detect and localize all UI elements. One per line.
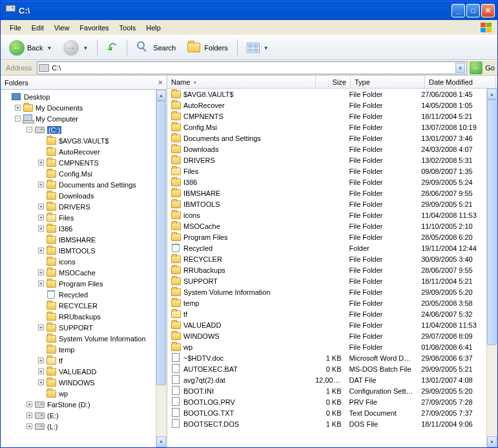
file-row[interactable]: RecycledFolder19/11/2004 12:44 bbox=[167, 242, 486, 253]
tree-node[interactable]: $AVG8.VAULT$ bbox=[1, 135, 156, 146]
tree-node[interactable]: -My Computer bbox=[1, 113, 156, 124]
search-button[interactable]: Search bbox=[132, 38, 180, 58]
file-row[interactable]: IBMSHAREFile Folder28/06/2007 9:55 bbox=[167, 187, 486, 198]
scroll-thumb[interactable] bbox=[487, 100, 497, 345]
expand-toggle[interactable]: + bbox=[38, 215, 44, 220]
file-row[interactable]: Program FilesFile Folder28/05/2008 6:20 bbox=[167, 231, 486, 242]
file-row[interactable]: DownloadsFile Folder24/03/2008 4:07 bbox=[167, 144, 486, 155]
expand-toggle[interactable]: + bbox=[38, 325, 44, 330]
tree-node[interactable]: Downloads bbox=[1, 190, 156, 201]
expand-toggle[interactable]: - bbox=[15, 116, 21, 122]
expand-toggle[interactable]: + bbox=[26, 401, 32, 407]
tree-node[interactable]: +Documents and Settings bbox=[1, 179, 156, 190]
tree-node[interactable]: +DRIVERS bbox=[1, 201, 156, 212]
maximize-button[interactable]: □ bbox=[466, 4, 480, 17]
menu-tools[interactable]: Tools bbox=[114, 23, 141, 33]
tree-node[interactable]: +SUPPORT bbox=[1, 322, 156, 333]
menu-help[interactable]: Help bbox=[141, 23, 166, 33]
column-header-date-modified[interactable]: Date Modified bbox=[425, 76, 496, 88]
tree-node[interactable]: +FarStone (D:) bbox=[1, 399, 156, 410]
tree-node[interactable]: +(L:) bbox=[1, 421, 156, 432]
tree-scrollbar[interactable]: ▲ ▼ bbox=[156, 90, 167, 447]
tree-node[interactable]: +MSOCache bbox=[1, 267, 156, 278]
dropdown-arrow-icon[interactable]: ▼ bbox=[264, 45, 269, 51]
file-row[interactable]: FilesFile Folder09/08/2007 1:35 bbox=[167, 165, 486, 176]
expand-toggle[interactable]: + bbox=[38, 248, 44, 253]
up-button[interactable]: ↶ bbox=[102, 37, 122, 58]
back-button[interactable]: ← Back ▼ bbox=[5, 37, 56, 58]
tree-node[interactable]: AutoRecover bbox=[1, 146, 156, 157]
tree-node[interactable]: +Program Files bbox=[1, 278, 156, 289]
tree-node[interactable]: +tf bbox=[1, 355, 156, 366]
scroll-down-button[interactable]: ▼ bbox=[156, 436, 166, 447]
file-row[interactable]: avg7qt(2).dat12,000 KBDAT File13/01/2007… bbox=[167, 374, 486, 385]
expand-toggle[interactable]: + bbox=[38, 204, 44, 209]
file-row[interactable]: $AVG8.VAULT$File Folder27/06/2008 1:45 bbox=[167, 89, 486, 100]
file-row[interactable]: WINDOWSFile Folder29/07/2008 8:09 bbox=[167, 330, 486, 341]
file-row[interactable]: tfFile Folder24/06/2007 5:32 bbox=[167, 308, 486, 319]
tree-node[interactable]: RECYCLER bbox=[1, 300, 156, 311]
tree-node[interactable]: +WINDOWS bbox=[1, 377, 156, 388]
file-row[interactable]: RECYCLERFile Folder30/09/2005 3:40 bbox=[167, 253, 486, 264]
tree-node[interactable]: +CMPNENTS bbox=[1, 157, 156, 168]
tree-node[interactable]: icons bbox=[1, 256, 156, 267]
file-row[interactable]: I386File Folder29/09/2005 5:24 bbox=[167, 176, 486, 187]
file-row[interactable]: SUPPORTFile Folder18/11/2004 5:21 bbox=[167, 275, 486, 286]
menu-favorites[interactable]: Favorites bbox=[74, 23, 114, 33]
column-header-name[interactable]: Name▲ bbox=[167, 76, 316, 88]
file-row[interactable]: VALUEADDFile Folder11/04/2008 11:53 bbox=[167, 319, 486, 330]
tree-node[interactable]: +My Documents bbox=[1, 102, 156, 113]
file-row[interactable]: BOOTLOG.TXT0 KBText Document27/09/2005 7… bbox=[167, 407, 486, 418]
tree-node[interactable]: +Files bbox=[1, 212, 156, 223]
scroll-up-button[interactable]: ▲ bbox=[156, 90, 166, 101]
tree-node[interactable]: Recycled bbox=[1, 289, 156, 300]
file-list[interactable]: $AVG8.VAULT$File Folder27/06/2008 1:45Au… bbox=[167, 89, 486, 447]
file-row[interactable]: IBMTOOLSFile Folder29/09/2005 5:21 bbox=[167, 198, 486, 209]
file-row[interactable]: AutoRecoverFile Folder14/05/2008 1:05 bbox=[167, 100, 486, 111]
file-row[interactable]: BOOT.INI1 KBConfiguration Settings29/09/… bbox=[167, 385, 486, 396]
tree-node[interactable]: IBMSHARE bbox=[1, 234, 156, 245]
dropdown-arrow-icon[interactable]: ▼ bbox=[83, 45, 88, 51]
titlebar[interactable]: C:\ _ □ ✕ bbox=[1, 1, 497, 20]
tree-node[interactable]: System Volume Information bbox=[1, 333, 156, 344]
folders-button[interactable]: Folders bbox=[183, 38, 233, 58]
column-header-size[interactable]: Size bbox=[316, 76, 351, 88]
expand-toggle[interactable]: + bbox=[15, 105, 21, 111]
file-row[interactable]: tempFile Folder20/05/2008 3:58 bbox=[167, 297, 486, 308]
go-button[interactable]: → bbox=[470, 61, 482, 74]
address-input[interactable]: C:\ ▼ bbox=[37, 61, 467, 74]
file-row[interactable]: wpFile Folder01/08/2008 6:41 bbox=[167, 341, 486, 352]
tree-node[interactable]: +IBMTOOLS bbox=[1, 245, 156, 256]
forward-button[interactable]: → ▼ bbox=[59, 37, 92, 58]
expand-toggle[interactable]: + bbox=[26, 423, 32, 429]
expand-toggle[interactable]: + bbox=[38, 226, 44, 231]
expand-toggle[interactable]: + bbox=[38, 182, 44, 187]
file-row[interactable]: CMPNENTSFile Folder18/11/2004 5:21 bbox=[167, 111, 486, 122]
file-row[interactable]: Documents and SettingsFile Folder13/01/2… bbox=[167, 133, 486, 144]
expand-toggle[interactable]: + bbox=[26, 412, 32, 418]
scroll-up-button[interactable]: ▲ bbox=[487, 89, 497, 100]
tree-node[interactable]: +VALUEADD bbox=[1, 366, 156, 377]
file-row[interactable]: Config.MsiFile Folder13/07/2008 10:19 bbox=[167, 122, 486, 133]
expand-toggle[interactable]: + bbox=[38, 379, 44, 385]
views-button[interactable]: ▼ bbox=[242, 40, 273, 56]
file-row[interactable]: RRUbackupsFile Folder28/06/2007 9:55 bbox=[167, 264, 486, 275]
file-row[interactable]: iconsFile Folder11/04/2008 11:53 bbox=[167, 209, 486, 220]
scroll-thumb[interactable] bbox=[156, 101, 166, 385]
file-row[interactable]: MSOCacheFile Folder11/10/2005 2:10 bbox=[167, 220, 486, 231]
close-button[interactable]: ✕ bbox=[481, 4, 495, 17]
file-row[interactable]: System Volume InformationFile Folder29/0… bbox=[167, 286, 486, 297]
tree-node[interactable]: Desktop bbox=[1, 91, 156, 102]
menu-file[interactable]: File bbox=[5, 23, 26, 33]
scroll-down-button[interactable]: ▼ bbox=[487, 436, 497, 447]
menu-edit[interactable]: Edit bbox=[26, 23, 49, 33]
minimize-button[interactable]: _ bbox=[451, 4, 465, 17]
expand-toggle[interactable]: + bbox=[38, 270, 44, 275]
menu-view[interactable]: View bbox=[49, 23, 75, 33]
expand-toggle[interactable]: - bbox=[26, 127, 32, 133]
tree-node[interactable]: Config.Msi bbox=[1, 168, 156, 179]
address-dropdown-button[interactable]: ▼ bbox=[455, 63, 465, 73]
list-scrollbar[interactable]: ▲ ▼ bbox=[486, 89, 497, 447]
expand-toggle[interactable]: + bbox=[38, 357, 44, 363]
file-row[interactable]: DRIVERSFile Folder13/02/2008 5:31 bbox=[167, 155, 486, 165]
